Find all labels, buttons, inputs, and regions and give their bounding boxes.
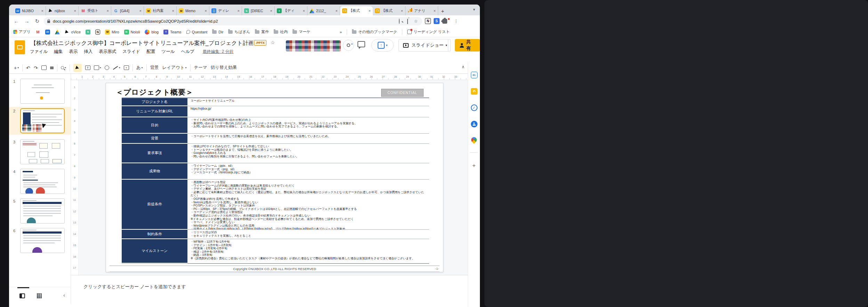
transition-button[interactable]: 切り替え効果 bbox=[211, 65, 237, 71]
tab-close-icon[interactable]: × bbox=[74, 9, 76, 13]
browser-menu-icon[interactable]: ⋮ bbox=[452, 18, 460, 24]
back-icon[interactable]: ← bbox=[13, 18, 20, 24]
slides-logo-icon[interactable] bbox=[15, 40, 25, 54]
bookmark-noisli[interactable]: NNoisli bbox=[124, 30, 140, 34]
tab-close-icon[interactable]: × bbox=[401, 9, 403, 13]
tab-slides-2[interactable]: 【株式× bbox=[373, 6, 405, 15]
menu-slide[interactable]: スライド bbox=[122, 49, 140, 55]
tab-miro-2[interactable]: MMemo× bbox=[177, 6, 209, 15]
grid-view-icon[interactable] bbox=[37, 293, 42, 298]
s-extension-icon[interactable]: S bbox=[434, 18, 440, 24]
url-field[interactable]: docs.google.com/presentation/d/1l07NXLnp… bbox=[44, 17, 422, 25]
text-style-button[interactable]: あ▾ bbox=[136, 65, 143, 71]
document-title[interactable]: 【株式会社ニジボックス御中】コーポレートサイトリニューアル案件_プロジェクト計画… bbox=[31, 40, 253, 47]
new-tab-button[interactable]: + bbox=[438, 6, 447, 15]
bookmark-teams[interactable]: TTeams bbox=[163, 30, 181, 34]
paint-format-button[interactable] bbox=[50, 66, 54, 69]
bookmark-apps[interactable]: アプリ bbox=[13, 29, 31, 34]
bookmark-folder-dir[interactable]: Dir bbox=[212, 30, 223, 34]
tab-miro-1[interactable]: M社内案× bbox=[144, 6, 177, 15]
tab-list-chevron-icon[interactable]: ▾ bbox=[473, 7, 475, 12]
undo-button[interactable]: ↶ bbox=[26, 65, 30, 71]
slide-thumbnail-4[interactable]: 4 bbox=[9, 169, 71, 194]
tab-close-icon[interactable]: × bbox=[41, 9, 43, 13]
tab-gmail[interactable]: M受信ト× bbox=[79, 6, 111, 15]
speaker-notes-area[interactable]: クリックするとスピーカー ノートを追加できます bbox=[71, 275, 468, 307]
tab-close-icon[interactable]: × bbox=[369, 9, 371, 13]
line-tool-button[interactable]: ▾ bbox=[113, 66, 120, 69]
tab-close-icon[interactable]: × bbox=[270, 9, 272, 13]
menu-arrange[interactable]: 配置 bbox=[146, 49, 155, 55]
reading-list[interactable]: リーディング リスト bbox=[407, 29, 450, 34]
filmstrip-collapse-icon[interactable]: ‹ bbox=[63, 292, 475, 298]
new-slide-button[interactable]: +▾ bbox=[14, 65, 19, 71]
bookmark-questant[interactable]: Questant bbox=[186, 30, 208, 34]
extensions-puzzle-icon[interactable] bbox=[442, 19, 447, 24]
slide-thumbnail-2-selected[interactable]: 2 bbox=[9, 107, 71, 135]
theme-button[interactable]: テーマ bbox=[194, 65, 207, 71]
tab-analytics[interactable]: アナリ× bbox=[405, 6, 438, 15]
bookmark-miro[interactable]: MMiro bbox=[105, 30, 119, 34]
tab-close-icon[interactable]: × bbox=[107, 9, 109, 13]
textbox-tool-button[interactable]: T bbox=[85, 65, 90, 70]
tab-close-icon[interactable]: × bbox=[172, 9, 174, 13]
other-bookmarks[interactable]: その他のブックマーク bbox=[352, 29, 397, 34]
comments-icon[interactable] bbox=[357, 41, 365, 47]
insert-comment-button[interactable]: + bbox=[124, 65, 129, 70]
shape-tool-button[interactable] bbox=[105, 65, 109, 70]
bookmark-blog[interactable]: blog bbox=[145, 30, 159, 34]
share-button[interactable]: 共有 bbox=[455, 39, 480, 52]
bookmark-folder-shanai[interactable]: 社内 bbox=[274, 29, 288, 34]
present-to-meet-button[interactable]: ↑▾ bbox=[371, 39, 394, 52]
bookmark-notion[interactable]: N bbox=[95, 30, 100, 34]
redo-button[interactable]: ↷ bbox=[34, 65, 38, 71]
tab-close-icon[interactable]: × bbox=[139, 9, 142, 13]
menu-insert[interactable]: 挿入 bbox=[84, 49, 93, 55]
menu-help[interactable]: ヘルプ bbox=[181, 49, 194, 55]
star-document-icon[interactable]: ☆ bbox=[271, 40, 275, 45]
tab-sheets[interactable]: +【ディ× bbox=[275, 6, 307, 15]
slide-page[interactable]: ＜プロジェクト概要＞ CONFIDENTIAL プロジェクト名コーポレートサイト… bbox=[106, 83, 443, 272]
forward-icon[interactable]: → bbox=[23, 18, 31, 24]
bookmark-drive[interactable] bbox=[55, 30, 60, 34]
menu-edit[interactable]: 編集 bbox=[54, 49, 63, 55]
slide-thumbnail-1[interactable]: 1 bbox=[9, 79, 71, 104]
layout-button[interactable]: レイアウト▾ bbox=[162, 65, 187, 71]
bookmark-folder-chibagin[interactable]: ちばぎん bbox=[228, 29, 250, 34]
background-button[interactable]: 背景 bbox=[150, 65, 159, 71]
slide-thumbnail-3[interactable]: 3 bbox=[9, 139, 71, 164]
bookmark-star-icon[interactable]: ☆ bbox=[413, 19, 419, 24]
reload-icon[interactable]: ↻ bbox=[33, 18, 41, 24]
search-icon[interactable] bbox=[396, 19, 402, 24]
tab-drive[interactable]: 2112_× bbox=[307, 6, 340, 15]
keep-panel-icon[interactable] bbox=[471, 88, 477, 95]
tab-ga4[interactable]: G[GA4]× bbox=[111, 6, 144, 15]
menu-view[interactable]: 表示 bbox=[69, 49, 78, 55]
last-edit-link[interactable]: 最終編集: 2 分前 bbox=[203, 49, 234, 55]
bookmark-folder-anken[interactable]: 案件 bbox=[255, 29, 269, 34]
bookmark-calendar[interactable]: 22 bbox=[45, 30, 50, 34]
share-icon[interactable] bbox=[405, 19, 410, 24]
menu-format[interactable]: 表示形式 bbox=[99, 49, 116, 55]
contacts-panel-icon[interactable] bbox=[471, 121, 477, 127]
bookmark-gmail[interactable]: M bbox=[35, 30, 40, 34]
menu-tools[interactable]: ツール bbox=[161, 49, 175, 55]
slideshow-button[interactable]: スライドショー bbox=[399, 39, 448, 52]
print-button[interactable] bbox=[41, 65, 47, 70]
tab-close-icon[interactable]: × bbox=[336, 9, 338, 13]
bookmark-backlog[interactable]: b bbox=[86, 30, 90, 34]
slide-thumbnail-6[interactable]: 6 bbox=[9, 228, 71, 253]
tab-close-icon[interactable]: × bbox=[303, 9, 305, 13]
add-panel-app-icon[interactable]: + bbox=[472, 163, 475, 169]
tab-close-icon[interactable]: × bbox=[205, 9, 207, 13]
slide-canvas[interactable]: ＜プロジェクト概要＞ CONFIDENTIAL プロジェクト名コーポレートサイト… bbox=[79, 80, 468, 275]
bookmarks-overflow[interactable]: » bbox=[340, 30, 342, 34]
tab-backlog[interactable]: b[DIREC× bbox=[242, 6, 275, 15]
menu-file[interactable]: ファイル bbox=[30, 49, 48, 55]
bookmark-folder-marke[interactable]: マーケ bbox=[292, 29, 311, 34]
image-tool-button[interactable]: ▾ bbox=[94, 65, 101, 70]
maps-panel-icon[interactable] bbox=[470, 136, 478, 144]
filmstrip-view-icon[interactable] bbox=[19, 293, 25, 298]
toolbar-collapse-icon[interactable]: ∧ bbox=[461, 64, 465, 69]
select-tool-button[interactable] bbox=[73, 64, 82, 72]
